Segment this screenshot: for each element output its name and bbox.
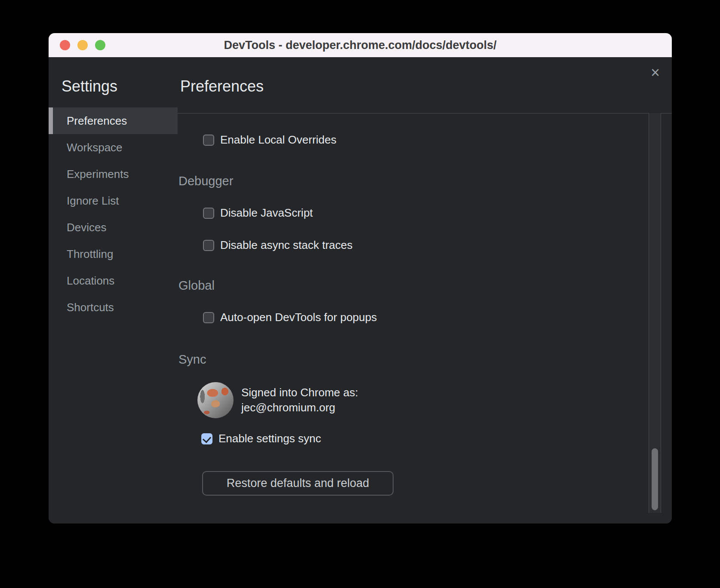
preferences-scroll-area[interactable]: Enable Local Overrides Debugger Disable …: [178, 113, 672, 524]
checkbox-label[interactable]: Enable settings sync: [218, 432, 321, 445]
titlebar: DevTools - developer.chrome.com/docs/dev…: [49, 33, 672, 57]
fullscreen-window-button[interactable]: [95, 40, 105, 50]
sidebar-item-shortcuts[interactable]: Shortcuts: [49, 294, 178, 321]
checkbox-disable-async-stack-traces[interactable]: [203, 240, 214, 251]
minimize-window-button[interactable]: [77, 40, 88, 50]
scrollbar-track[interactable]: [649, 113, 661, 513]
checkbox-row-auto-open: Auto-open DevTools for popups: [203, 311, 646, 324]
sidebar-item-label: Workspace: [67, 141, 123, 154]
clipped-checkbox-row: [203, 113, 646, 114]
signed-in-email: jec@chromium.org: [241, 400, 358, 415]
preferences-pane: Preferences Enable Local Overrides Debug…: [178, 57, 672, 524]
signed-in-line1: Signed into Chrome as:: [241, 385, 358, 400]
clipped-label: [220, 113, 223, 114]
checkbox-row-settings-sync: Enable settings sync: [201, 432, 646, 445]
checkbox-label[interactable]: Disable JavaScript: [220, 206, 313, 220]
checkbox-disable-javascript[interactable]: [203, 208, 214, 219]
sidebar-item-throttling[interactable]: Throttling: [49, 241, 178, 267]
close-window-button[interactable]: [60, 40, 70, 50]
checkbox-row-local-overrides: Enable Local Overrides: [203, 133, 646, 147]
sidebar-item-ignore-list[interactable]: Ignore List: [49, 187, 178, 214]
scrollbar-thumb[interactable]: [652, 448, 658, 510]
sidebar-item-label: Ignore List: [67, 194, 119, 208]
section-header-global: Global: [178, 279, 646, 293]
checkbox-row-disable-async: Disable async stack traces: [203, 239, 646, 252]
section-header-debugger: Debugger: [178, 174, 646, 188]
settings-title: Settings: [62, 77, 178, 95]
avatar: [197, 382, 234, 418]
checkbox-label[interactable]: Disable async stack traces: [220, 239, 353, 252]
settings-sidebar: Settings Preferences Workspace Experimen…: [49, 57, 178, 524]
signed-in-text: Signed into Chrome as: jec@chromium.org: [241, 385, 358, 415]
window-title: DevTools - developer.chrome.com/docs/dev…: [224, 39, 496, 52]
restore-defaults-button[interactable]: Restore defaults and reload: [202, 471, 394, 496]
settings-nav: Preferences Workspace Experiments Ignore…: [49, 107, 178, 321]
sidebar-item-workspace[interactable]: Workspace: [49, 134, 178, 161]
devtools-window: DevTools - developer.chrome.com/docs/dev…: [49, 33, 672, 524]
traffic-lights: [60, 33, 105, 57]
sidebar-item-label: Shortcuts: [67, 301, 114, 314]
checkbox-enable-local-overrides[interactable]: [203, 135, 214, 146]
sidebar-item-label: Preferences: [67, 114, 127, 128]
sidebar-item-label: Devices: [67, 221, 106, 234]
sidebar-item-preferences[interactable]: Preferences: [49, 107, 178, 134]
sidebar-item-devices[interactable]: Devices: [49, 214, 178, 241]
sidebar-item-locations[interactable]: Locations: [49, 267, 178, 294]
sidebar-item-label: Locations: [67, 274, 114, 288]
checkbox-label[interactable]: Auto-open DevTools for popups: [220, 311, 377, 324]
devtools-settings-dialog: × Settings Preferences Workspace Experim…: [49, 57, 672, 524]
section-header-sync: Sync: [178, 352, 646, 367]
sidebar-item-label: Throttling: [67, 248, 113, 261]
checkbox-enable-settings-sync[interactable]: [201, 433, 212, 444]
sidebar-item-label: Experiments: [67, 168, 129, 181]
checkbox-label[interactable]: Enable Local Overrides: [220, 133, 336, 147]
checkbox-row-disable-javascript: Disable JavaScript: [203, 206, 646, 220]
clipped-previous-row: [178, 113, 646, 116]
preferences-title: Preferences: [180, 77, 672, 95]
sync-account-info: Signed into Chrome as: jec@chromium.org: [197, 382, 646, 418]
sidebar-item-experiments[interactable]: Experiments: [49, 161, 178, 187]
checkbox-auto-open-devtools[interactable]: [203, 312, 214, 323]
